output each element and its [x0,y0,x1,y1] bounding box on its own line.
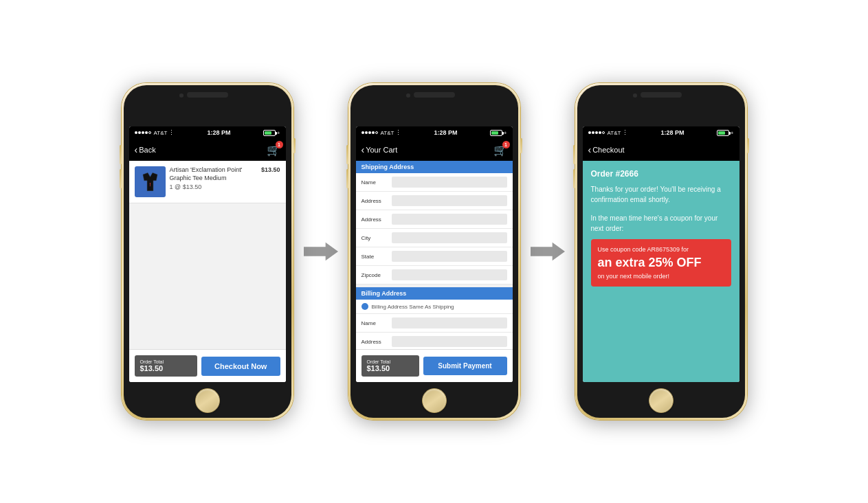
form-row-bill-name: Name [356,314,513,333]
item-name-1: Artisan 'Exclamation Point' Graphic Tee … [170,166,257,182]
carrier-label-2: AT&T [381,130,394,136]
nav-bar-2[interactable]: ‹ Your Cart 🛒 1 [356,139,513,161]
back-button-1[interactable]: ‹ Back [135,145,156,155]
form-row-name-1: Name [356,173,513,192]
billing-same-label: Billing Address Same As Shipping [372,304,454,310]
form-field-city[interactable] [392,232,507,243]
back-chevron-icon-3: ‹ [588,145,592,155]
phone2-inner: AT&T ⋮ 1:28 PM + [350,85,518,418]
home-button-2[interactable] [422,388,447,413]
svg-marker-3 [304,243,338,261]
thanks-text: Thanks for your order! You'll be receivi… [591,184,731,205]
form-label-addr-2: Address [361,216,388,223]
order-total-label-1: Order Total [140,359,192,364]
checkout-now-button[interactable]: Checkout Now [201,357,280,376]
form-row-state: State [356,247,513,266]
back-chevron-icon: ‹ [135,145,138,155]
scene: AT&T ⋮ 1:28 PM + [108,69,761,434]
phone3-inner: AT&T ⋮ 1:28 PM + [577,85,745,418]
order-number: Order #2666 [591,169,731,179]
signal-dot [368,131,371,134]
signal-dot [138,131,141,134]
form-label-name-1: Name [361,179,388,186]
checkbox-circle [361,303,368,310]
battery-plus: + [277,130,280,136]
phone1-wrapper: AT&T ⋮ 1:28 PM + [122,83,293,420]
time-label: 1:28 PM [208,129,231,136]
svg-text:!: ! [149,182,151,187]
order-total-amount-1: $13.50 [140,364,192,372]
back-button-3[interactable]: ‹ Checkout [588,145,625,155]
coupon-line2: on your next mobile order! [598,273,724,280]
tshirt-svg: ! [138,170,162,194]
order-total-1: Order Total $13.50 [135,355,197,377]
arrow-1 [293,238,348,265]
back-label-3: Checkout [592,146,624,154]
camera [179,93,183,98]
item-price-1: $13.50 [261,166,280,173]
status-bar-2: AT&T ⋮ 1:28 PM + [356,126,513,139]
screen2: AT&T ⋮ 1:28 PM + [356,126,513,382]
phone1: AT&T ⋮ 1:28 PM + [122,83,293,420]
home-button-1[interactable] [195,388,220,413]
speaker [187,92,228,98]
phone3-wrapper: AT&T ⋮ 1:28 PM + [575,83,747,420]
screen2-content: Shipping Address Name Address Address [356,161,513,349]
vol-down-btn-2 [346,169,348,188]
form-field-addr-1[interactable] [392,195,507,206]
signal-dot [365,131,368,134]
coupon-line1: Use coupon code AR8675309 for [598,246,724,253]
power-btn-3 [747,138,749,153]
phone3: AT&T ⋮ 1:28 PM + [575,83,747,420]
form-label-city: City [361,235,388,241]
coupon-box: Use coupon code AR8675309 for an extra 2… [591,239,731,287]
carrier-label: AT&T [154,130,168,136]
form-field-addr-2[interactable] [392,214,507,225]
cart-button-2[interactable]: 🛒 1 [493,144,507,157]
signal-dot [599,131,601,134]
billing-same-checkbox-row[interactable]: Billing Address Same As Shipping [356,300,513,314]
form-field-bill-addr[interactable] [392,336,507,347]
battery-fill [265,131,271,135]
screen3: AT&T ⋮ 1:28 PM + [583,126,739,382]
cart-badge-1: 1 [276,141,283,148]
form-row-addr-1: Address [356,192,513,210]
screen1-content: ! Artisan 'Exclamation Point' Graphic Te… [129,161,286,349]
form-field-state[interactable] [392,251,507,262]
power-btn [293,138,296,153]
back-button-2[interactable]: ‹ Your Cart [361,145,398,155]
battery-plus-3: + [731,130,734,136]
time-label-3: 1:28 PM [661,129,685,136]
spacer-1 [129,203,286,349]
signal-dot [595,131,598,134]
item-qty-1: 1 @ $13.50 [170,183,257,190]
camera-2 [406,93,410,98]
wifi-icon: ⋮ [168,129,175,136]
nav-bar-3[interactable]: ‹ Checkout [583,139,739,161]
signal-dot [592,131,594,134]
form-field-zip[interactable] [392,269,507,280]
form-row-addr-2: Address [356,210,513,229]
home-button-3[interactable] [649,388,674,413]
phone2: AT&T ⋮ 1:28 PM + [348,83,520,420]
billing-header: Billing Address [356,287,513,300]
submit-payment-button[interactable]: Submit Payment [423,357,507,375]
signal-dot [372,131,375,134]
phone1-inner: AT&T ⋮ 1:28 PM + [124,85,291,418]
order-total-2: Order Total $13.50 [361,355,419,377]
form-label-addr-1: Address [361,198,388,204]
battery-icon [263,130,276,136]
signal-dot [135,131,137,134]
confirmation-screen: Order #2666 Thanks for your order! You'l… [583,161,739,382]
nav-bar-1[interactable]: ‹ Back 🛒 1 [129,139,286,161]
shipping-header: Shipping Address [356,161,513,173]
form-row-city: City [356,229,513,247]
cart-button-1[interactable]: 🛒 1 [267,144,280,157]
arrow-icon-1 [304,238,338,265]
item-details-1: Artisan 'Exclamation Point' Graphic Tee … [170,166,257,190]
form-field-bill-name[interactable] [392,317,507,328]
phone2-wrapper: AT&T ⋮ 1:28 PM + [348,83,520,420]
form-field-name-1[interactable] [392,177,507,188]
coupon-intro: In the mean time here's a coupon for you… [591,213,731,234]
svg-marker-4 [531,243,565,261]
